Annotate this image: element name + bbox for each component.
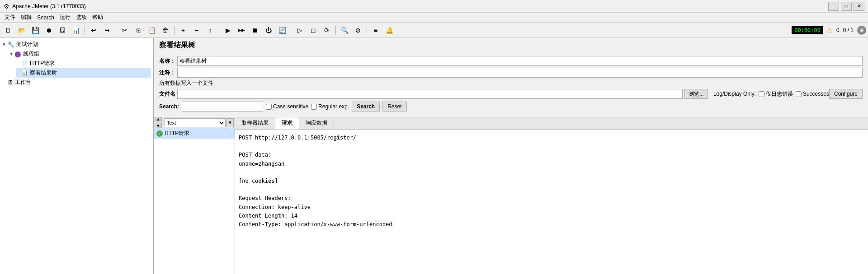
status-indicator: ◉	[857, 26, 866, 35]
paste-button[interactable]: 📋	[146, 24, 158, 36]
menu-file[interactable]: 文件	[2, 13, 18, 22]
log-button[interactable]: 🔔	[383, 24, 396, 36]
close-button[interactable]: ✕	[854, 2, 864, 11]
search-toolbar-button[interactable]: 🔍	[338, 24, 351, 36]
content-area: 察看结果树 名称： 注释： 所有数据写入一个文件 文件名 浏览... Log/D…	[154, 38, 868, 274]
timer-display: 00:00:00	[792, 26, 823, 34]
sample-list-panel: ▲ ▼ Text HTML JSON XML ▼ ✓ HTTP请求	[154, 117, 235, 274]
record-button[interactable]: ⏺	[42, 24, 55, 36]
sample-list-header: ▲ ▼ Text HTML JSON XML ▼	[154, 117, 235, 128]
menu-run[interactable]: 运行	[57, 13, 73, 22]
configure-button[interactable]: Configure	[829, 89, 863, 99]
tabs-bar: 取样器结果 请求 响应数据	[235, 117, 868, 130]
clear-button[interactable]: 🔄	[276, 24, 288, 36]
open-button[interactable]: 📂	[15, 24, 28, 36]
copy-button[interactable]: ⎘	[132, 24, 145, 36]
case-sensitive-text: Case sensitive	[273, 103, 308, 110]
text-format-dropdown[interactable]: Text HTML JSON XML	[165, 118, 226, 127]
menu-bar: 文件 编辑 Search 运行 选项 帮助	[0, 13, 868, 23]
menu-help[interactable]: 帮助	[90, 13, 106, 22]
menu-search[interactable]: Search	[34, 14, 57, 21]
log-success-text: Successes	[803, 91, 829, 97]
remove-button[interactable]: −	[190, 24, 203, 36]
tab-response-data[interactable]: 响应数据	[299, 117, 334, 130]
log-error-checkbox-label[interactable]: 仅日志错误	[759, 90, 793, 98]
result-area: ▲ ▼ Text HTML JSON XML ▼ ✓ HTTP请求	[154, 117, 868, 274]
toggle-detail-button[interactable]: ≡	[369, 24, 382, 36]
name-row: 名称：	[159, 56, 863, 66]
search-label: Search:	[159, 103, 179, 110]
run-button[interactable]: ▶	[222, 24, 234, 36]
reset-button[interactable]: Reset	[382, 102, 406, 111]
sidebar-item-thread-group[interactable]: ▼ ⬤ 线程组	[9, 49, 151, 59]
expand-button[interactable]: ↕	[204, 24, 217, 36]
remote-clear-button[interactable]: ⟳	[321, 24, 333, 36]
separator-4	[219, 26, 219, 35]
maximize-button[interactable]: □	[841, 2, 852, 11]
shutdown-button[interactable]: ⏻	[262, 24, 275, 36]
scroll-up-button[interactable]: ▲	[155, 117, 162, 122]
remote-start-button[interactable]: ▷	[293, 24, 306, 36]
tree-label-workbench: 工作台	[15, 79, 31, 86]
warning-count: 0	[836, 27, 840, 33]
sidebar: ▼ 🔧 测试计划 ▼ ⬤ 线程组 📄 HTTP请求 📊 察看结果树 🖥 工作台	[0, 38, 154, 274]
log-error-text: 仅日志错误	[766, 90, 793, 98]
http-request-icon: 📄	[22, 60, 28, 66]
comment-label: 注释：	[159, 69, 175, 77]
undo-button[interactable]: ↩	[87, 24, 100, 36]
add-button[interactable]: +	[177, 24, 189, 36]
config-button[interactable]: 📊	[70, 24, 82, 36]
name-input[interactable]	[177, 56, 863, 66]
main-layout: ▼ 🔧 测试计划 ▼ ⬤ 线程组 📄 HTTP请求 📊 察看结果树 🖥 工作台	[0, 38, 868, 274]
browse-button[interactable]: 浏览...	[684, 89, 708, 99]
window-title: Apache JMeter (3.1 r1770033)	[12, 3, 86, 9]
title-bar: ⚙ Apache JMeter (3.1 r1770033) — □ ✕	[0, 0, 868, 13]
test-count: 0 / 1	[843, 27, 854, 33]
reset-search-button[interactable]: ⊘	[352, 24, 364, 36]
file-input[interactable]	[177, 89, 683, 99]
comment-input[interactable]	[177, 68, 863, 78]
search-input[interactable]	[182, 102, 263, 111]
case-sensitive-label[interactable]: Case sensitive	[266, 103, 308, 110]
log-error-checkbox[interactable]	[759, 91, 764, 97]
workbench-icon: 🖥	[7, 79, 13, 86]
sidebar-item-test-plan[interactable]: ▼ 🔧 测试计划	[2, 40, 151, 49]
status-area: 00:00:00 ⚠ 0 0 / 1 ◉	[792, 26, 866, 35]
expand-icon-test-plan: ▼	[2, 42, 7, 47]
remote-stop-button[interactable]: ◻	[307, 24, 320, 36]
minimize-button[interactable]: —	[828, 2, 839, 11]
separator-6	[335, 26, 336, 35]
separator-2	[116, 26, 116, 35]
search-button[interactable]: Search	[352, 102, 380, 111]
cut-button[interactable]: ✂	[118, 24, 131, 36]
run-no-pause-button[interactable]: ▶▶	[235, 24, 248, 36]
regular-exp-label[interactable]: Regular exp.	[311, 103, 349, 110]
redo-button[interactable]: ↪	[101, 24, 113, 36]
stop-button[interactable]: ⏹	[249, 24, 261, 36]
save-button[interactable]: 💾	[29, 24, 42, 36]
regular-exp-checkbox[interactable]	[311, 104, 317, 110]
warning-icon: ⚠	[827, 27, 833, 34]
thread-group-icon: ⬤	[14, 51, 21, 57]
delete-button[interactable]: 🗑	[159, 24, 172, 36]
sidebar-item-workbench[interactable]: 🖥 工作台	[2, 78, 151, 87]
menu-edit[interactable]: 编辑	[18, 13, 34, 22]
separator-1	[85, 26, 85, 35]
new-button[interactable]: 🗋	[2, 24, 14, 36]
title-bar-controls: — □ ✕	[828, 2, 864, 11]
tab-request[interactable]: 请求	[275, 117, 299, 130]
separator-7	[367, 26, 367, 35]
menu-options[interactable]: 选项	[73, 13, 90, 22]
save-as-button[interactable]: 🖫	[56, 24, 69, 36]
separator-5	[291, 26, 291, 35]
toolbar: 🗋 📂 💾 ⏺ 🖫 📊 ↩ ↪ ✂ ⎘ 📋 🗑 + − ↕ ▶ ▶▶ ⏹ ⏻ 🔄…	[0, 23, 868, 38]
log-success-checkbox[interactable]	[796, 91, 802, 97]
tab-sampler-result[interactable]: 取样器结果	[235, 117, 275, 130]
log-success-checkbox-label[interactable]: Successes	[796, 91, 829, 97]
sidebar-item-http-request[interactable]: 📄 HTTP请求	[16, 59, 151, 68]
case-sensitive-checkbox[interactable]	[266, 104, 272, 110]
sidebar-item-result-tree[interactable]: 📊 察看结果树	[16, 68, 151, 78]
tree-label-http-request: HTTP请求	[30, 60, 55, 67]
dropdown-arrow-button[interactable]: ▼	[226, 118, 234, 127]
sample-item-http[interactable]: ✓ HTTP请求	[154, 128, 235, 139]
